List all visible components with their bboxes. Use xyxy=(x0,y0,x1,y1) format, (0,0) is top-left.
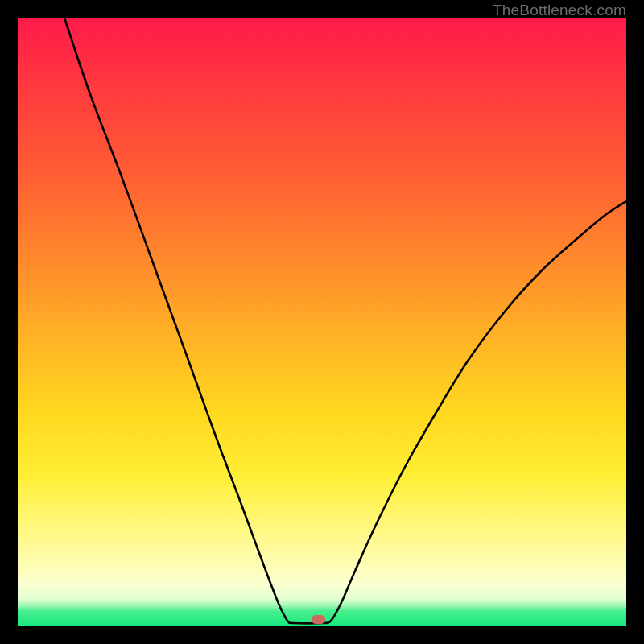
curve-path xyxy=(64,18,626,623)
bottleneck-curve xyxy=(18,18,626,626)
watermark-text: TheBottleneck.com xyxy=(493,2,626,19)
chart-frame xyxy=(18,18,626,626)
minimum-marker xyxy=(312,615,325,624)
